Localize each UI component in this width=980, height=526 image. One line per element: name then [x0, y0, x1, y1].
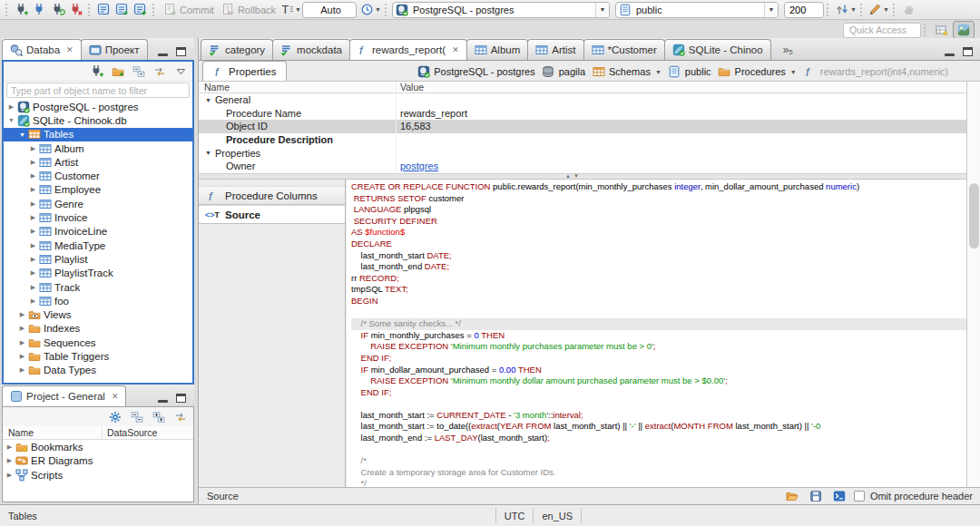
property-row-owner[interactable]: Ownerpostgres [199, 160, 966, 173]
new-connection-button[interactable] [13, 1, 31, 19]
splitter-grip-icons[interactable]: ▲▼ [565, 173, 579, 179]
source-editor[interactable]: CREATE OR REPLACE FUNCTION public.reward… [347, 180, 966, 487]
source-code[interactable]: CREATE OR REPLACE FUNCTION public.reward… [347, 180, 966, 487]
project-collapse-all-button[interactable] [128, 408, 146, 426]
section-button-procedure-columns[interactable]: fProcedure Columns [199, 186, 345, 205]
fetch-size-input[interactable] [784, 2, 824, 18]
tree-item-foo[interactable]: ▶foo [4, 294, 192, 307]
group-expanded-icon[interactable]: ▼ [205, 150, 211, 156]
chevron-collapsed-icon[interactable]: ▶ [5, 472, 15, 479]
maximize-icon[interactable] [176, 47, 186, 56]
chevron-expanded-icon[interactable]: ▼ [6, 117, 16, 123]
chevron-collapsed-icon[interactable]: ▶ [28, 228, 38, 235]
tree-item-invoice[interactable]: ▶Invoice [4, 210, 192, 224]
property-row-procedure-description[interactable]: Procedure Description [199, 133, 966, 147]
breadcrumb-item-public[interactable]: public [666, 65, 713, 78]
locale-indicator[interactable]: en_US [534, 508, 582, 523]
chevron-collapsed-icon[interactable]: ▶ [17, 353, 27, 360]
chevron-collapsed-icon[interactable]: ▶ [28, 284, 38, 291]
nav-new-connection-button[interactable] [88, 63, 106, 81]
tree-item-playlist[interactable]: ▶Playlist [4, 252, 192, 266]
new-sql-editor-button[interactable] [132, 1, 150, 19]
transaction-log-button[interactable]: T▼ [279, 1, 302, 19]
chevron-collapsed-icon[interactable]: ▶ [28, 269, 38, 277]
reconnect-button[interactable] [49, 1, 67, 19]
sync-data-button[interactable]: ▼ [834, 1, 858, 19]
tree-item-indexes[interactable]: ▶Indexes [4, 322, 192, 336]
breadcrumb-item-postgresql-postgres[interactable]: PostgreSQL - postgres [415, 65, 536, 78]
pane-splitter[interactable]: ▲▼ [199, 173, 966, 180]
section-button-source[interactable]: <>TSource [199, 205, 345, 224]
tab-properties[interactable]: fProperties [202, 61, 287, 81]
project-item-er-diagrams[interactable]: ▶ER Diagrams [3, 454, 193, 469]
save-to-file-button[interactable] [807, 487, 825, 505]
column-name[interactable]: Name [199, 82, 397, 93]
maximize-icon[interactable] [176, 394, 186, 403]
group-expanded-icon[interactable]: ▼ [205, 97, 211, 103]
recent-sql-editor-button[interactable] [113, 1, 132, 19]
quick-access-input[interactable] [843, 23, 921, 38]
editor-tab-category[interactable]: category [201, 39, 273, 60]
chevron-collapsed-icon[interactable]: ▶ [28, 186, 38, 193]
property-row-properties[interactable]: ▼Properties [199, 146, 966, 160]
editor-tab-mockdata[interactable]: mockdata [272, 39, 350, 60]
link-with-editor-button[interactable] [151, 63, 169, 81]
editor-tab-artist[interactable]: Artist [527, 39, 583, 60]
query-history-button[interactable]: ▼ [359, 1, 382, 19]
chevron-collapsed-icon[interactable]: ▶ [17, 366, 27, 374]
open-in-sql-console-button[interactable] [830, 487, 848, 505]
chevron-collapsed-icon[interactable]: ▶ [17, 325, 27, 332]
scrollbar-thumb[interactable] [969, 183, 979, 248]
chevron-collapsed-icon[interactable]: ▶ [28, 159, 38, 166]
tree-item-sqlite-chinook-db[interactable]: ▼SQLite - Chinook.db [4, 113, 192, 127]
chevron-collapsed-icon[interactable]: ▶ [28, 242, 38, 249]
undo-button[interactable] [900, 1, 918, 19]
property-row-general[interactable]: ▼General [199, 93, 966, 107]
rollback-button[interactable]: Rollback [218, 1, 279, 19]
minimize-icon[interactable] [158, 400, 168, 403]
property-row-object-id[interactable]: Object ID16,583 [199, 120, 966, 133]
tree-item-customer[interactable]: ▶Customer [4, 169, 192, 182]
editor-tab-rewards-report[interactable]: frewards_report(✕ [349, 39, 467, 60]
mock-data-button[interactable]: ▼ [867, 1, 890, 19]
project-settings-button[interactable] [106, 408, 124, 426]
tree-item-postgresql-postgres[interactable]: ▶PostgreSQL - postgres [4, 100, 192, 113]
editor-tab-customer[interactable]: *Customer [583, 39, 665, 60]
tree-item-data-types[interactable]: ▶Data Types [4, 364, 192, 377]
tree-item-employee[interactable]: ▶Employee [4, 183, 192, 197]
editor-tab-album[interactable]: Album [466, 39, 529, 60]
minimize-icon[interactable] [158, 54, 168, 56]
tab-projects[interactable]: Проект [81, 39, 148, 60]
active-connection-combo[interactable]: PostgreSQL - postgres▼ [392, 2, 610, 18]
tree-item-artist[interactable]: ▶Artist [4, 155, 192, 169]
minimize-icon[interactable] [945, 54, 955, 56]
breadcrumb-item-procedures[interactable]: Procedures▼ [716, 65, 799, 78]
disconnect-button[interactable] [67, 1, 85, 19]
tree-item-views[interactable]: ▶Views [4, 307, 192, 321]
chevron-down-icon[interactable]: ▼ [655, 69, 662, 75]
omit-procedure-header-checkbox[interactable] [854, 491, 865, 502]
transaction-mode-combo[interactable]: Auto [302, 2, 357, 18]
tab-overflow-button[interactable]: »5 [783, 44, 793, 60]
vertical-scrollbar[interactable] [966, 82, 980, 487]
close-icon[interactable]: ✕ [66, 45, 74, 54]
project-expand-all-button[interactable] [150, 408, 168, 426]
breadcrumb-item-rewards-report-int4-numeric[interactable]: frewards_report(int4,numeric) [801, 65, 950, 78]
chevron-collapsed-icon[interactable]: ▶ [28, 145, 38, 152]
close-icon[interactable]: ✕ [112, 392, 119, 401]
property-value[interactable]: postgres [397, 161, 966, 171]
chevron-expanded-icon[interactable]: ▼ [17, 132, 27, 138]
view-menu-button[interactable] [172, 63, 190, 81]
chevron-collapsed-icon[interactable]: ▶ [17, 311, 27, 318]
breadcrumb-item-schemas[interactable]: Schemas▼ [590, 65, 663, 78]
open-perspective-button[interactable] [931, 21, 953, 39]
tree-item-mediatype[interactable]: ▶MediaType [4, 239, 192, 252]
tab-database-navigator[interactable]: Databa✕ [2, 39, 82, 60]
project-item-scripts[interactable]: ▶Scripts [3, 468, 193, 482]
tree-item-genre[interactable]: ▶Genre [4, 197, 192, 210]
tree-item-album[interactable]: ▶Album [4, 141, 192, 155]
tree-item-playlisttrack[interactable]: ▶PlaylistTrack [4, 267, 192, 280]
timezone-indicator[interactable]: UTC [495, 508, 534, 523]
chevron-collapsed-icon[interactable]: ▶ [17, 339, 27, 346]
project-item-bookmarks[interactable]: ▶Bookmarks [3, 440, 193, 454]
